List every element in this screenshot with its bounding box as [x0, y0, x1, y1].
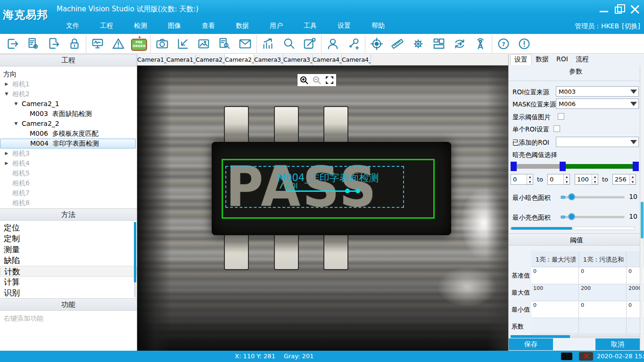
methods-scrollbar[interactable] [134, 222, 136, 297]
tree-item-direction[interactable]: 方向 [0, 69, 137, 79]
warning-button[interactable] [108, 35, 129, 53]
roi-handle-dot[interactable] [355, 189, 360, 193]
method-item-measure[interactable]: 测量 [0, 244, 137, 255]
expanded-arrow-icon[interactable]: ▼ [3, 89, 10, 99]
params-horizontal-scrollbar[interactable] [511, 227, 635, 230]
menu-view[interactable]: 查看 [191, 20, 225, 32]
single-roi-checkbox[interactable] [553, 125, 560, 132]
zoom-out-icon[interactable] [312, 75, 322, 85]
document-export-button[interactable] [43, 35, 64, 53]
spinner-arrows[interactable]: ▲▼ [629, 174, 636, 184]
menu-settings[interactable]: 设置 [327, 20, 361, 32]
close-button[interactable]: × [628, 3, 641, 15]
added-roi-dropdown[interactable] [556, 137, 639, 147]
sync-button[interactable] [449, 35, 470, 53]
tree-item-camera1[interactable]: ▶相机1 [0, 79, 137, 89]
camera-button[interactable] [152, 35, 173, 53]
slider-handle[interactable] [568, 213, 575, 220]
table-cell[interactable]: 0 [531, 267, 579, 284]
layout-button[interactable] [429, 35, 449, 53]
spinner-arrows[interactable]: ▲▼ [592, 174, 598, 184]
logout-button[interactable] [2, 35, 23, 53]
threshold-range-slider[interactable] [511, 162, 639, 171]
mask-source-dropdown[interactable]: M006 [556, 99, 639, 109]
table-cell[interactable]: 0 [579, 267, 627, 284]
threshold-handle-high[interactable] [633, 162, 639, 171]
methods-scrollbar-thumb[interactable] [134, 222, 136, 282]
tab-camera2-2[interactable]: Camera2_2 [225, 54, 254, 66]
taskbar-black-icon[interactable] [561, 353, 572, 360]
tree-item-camera8[interactable]: 相机8 [0, 198, 137, 208]
roi-source-dropdown[interactable]: M003 [556, 86, 639, 97]
dark-max-spinner[interactable]: 0▲▼ [547, 174, 570, 185]
threshold-handle-low[interactable] [511, 162, 517, 171]
expanded-arrow-icon[interactable]: ▼ [13, 119, 19, 129]
cancel-button[interactable]: 取消 [595, 338, 640, 350]
toolbox-button[interactable] [299, 35, 320, 53]
monitor-button[interactable] [87, 35, 108, 53]
table-cell[interactable]: 0 [531, 301, 579, 318]
menu-project[interactable]: 工程 [90, 20, 124, 32]
menu-image[interactable]: 图像 [157, 20, 191, 32]
tab-roi[interactable]: ROI [553, 54, 572, 65]
lock-button[interactable] [64, 35, 85, 53]
dark-min-spinner[interactable]: 0▲▼ [511, 174, 533, 185]
tree-item-camera2-1[interactable]: ▼Camera2_1 [0, 99, 137, 109]
table-cell[interactable]: 200 [579, 284, 627, 301]
target-button[interactable] [366, 35, 387, 53]
show-threshold-checkbox[interactable] [558, 113, 564, 120]
help-button[interactable]: ? [493, 35, 514, 53]
scrollbar-thumb[interactable] [641, 202, 644, 239]
slider-handle[interactable] [568, 193, 575, 200]
tab-flow[interactable]: 流程 [572, 54, 593, 65]
table-cell[interactable]: 100 [531, 284, 579, 301]
tree-item-camera4[interactable]: ▶相机4 [0, 158, 137, 168]
import-button[interactable] [173, 35, 193, 53]
restore-button[interactable] [615, 5, 622, 14]
tree-item-camera7[interactable]: 相机7 [0, 188, 137, 198]
preorder-button[interactable]: PREORDER [129, 35, 149, 53]
min-dark-area-slider[interactable] [564, 196, 625, 198]
table-cell[interactable] [531, 318, 579, 334]
expanded-arrow-icon[interactable]: ▼ [13, 99, 19, 109]
min-light-area-slider[interactable] [564, 216, 625, 218]
tab-camera3-1[interactable]: Camera3_1 [254, 54, 283, 66]
menu-tools[interactable]: 工具 [293, 20, 327, 32]
image-viewport[interactable]: PASS M004_非印字表面检测 ROI [137, 66, 508, 351]
collapsed-arrow-icon[interactable]: ▶ [3, 148, 10, 158]
document-search-button[interactable] [214, 35, 235, 53]
table-cell[interactable] [579, 318, 627, 334]
taskbar-red-x-icon[interactable]: × [579, 352, 593, 361]
tree-item-camera5[interactable]: 相机5 [0, 168, 137, 178]
collapsed-arrow-icon[interactable]: ▶ [3, 158, 10, 168]
table-horizontal-scrollbar[interactable] [511, 335, 642, 338]
ruler-button[interactable] [387, 35, 408, 53]
zoom-in-icon[interactable] [299, 75, 309, 85]
menu-detect[interactable]: 检测 [124, 20, 157, 32]
key-button[interactable] [343, 35, 364, 53]
method-item-calc[interactable]: 计算 [0, 277, 137, 288]
method-item-defect[interactable]: 缺陷 [0, 255, 137, 266]
table-cell[interactable]: 0 [579, 301, 627, 318]
threshold-handle-mid[interactable] [560, 162, 566, 171]
scrollbar-thumb[interactable] [511, 227, 572, 230]
method-item-custom[interactable]: 定制 [0, 233, 137, 244]
collapsed-arrow-icon[interactable]: ▶ [3, 79, 10, 89]
search-button[interactable] [279, 35, 299, 53]
tree-item-m003[interactable]: M003 表面缺陷检测 [0, 109, 137, 119]
method-item-locate[interactable]: 定位 [0, 222, 137, 233]
scrollbar-thumb[interactable] [511, 335, 570, 338]
statistics-button[interactable] [258, 35, 279, 53]
tree-item-camera3[interactable]: ▶相机3 [0, 148, 137, 158]
tab-camera1-2[interactable]: Camera1_2 [166, 54, 196, 66]
about-button[interactable] [514, 35, 535, 53]
fit-view-icon[interactable] [325, 75, 334, 85]
settings-vertical-scrollbar[interactable] [640, 66, 644, 351]
menu-file[interactable]: 文件 [56, 20, 90, 32]
tab-camera1-1[interactable]: Camera1_1 [137, 54, 166, 66]
tab-camera4-2[interactable]: Camera4_2 [342, 54, 371, 66]
tree-item-m004-selected[interactable]: M004 非印字表面检测 [0, 139, 136, 148]
user-button[interactable] [322, 35, 343, 53]
menu-data[interactable]: 数据 [225, 20, 259, 32]
gear-button[interactable] [408, 35, 429, 53]
